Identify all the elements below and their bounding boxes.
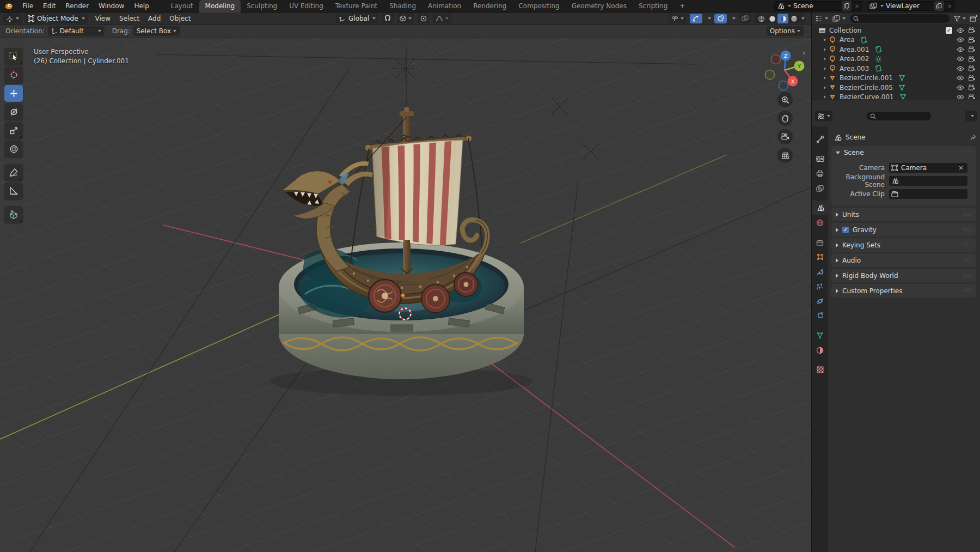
tab-output-properties[interactable] (812, 166, 828, 181)
viewlayer-name[interactable]: ViewLayer (884, 2, 934, 10)
tab-collection-properties[interactable] (812, 235, 828, 250)
clear-button[interactable]: × (957, 164, 965, 172)
collapsed-panel[interactable]: ✓ Custom Properties ∷∷ (831, 284, 976, 298)
scene-selector[interactable]: Scene × (774, 1, 862, 11)
disable-in-render-camera-icon[interactable] (968, 37, 975, 43)
collapsed-panel[interactable]: ✓ Units ∷∷ (831, 208, 976, 221)
expand-arrow-icon[interactable] (824, 86, 826, 89)
tool-rotate[interactable] (4, 104, 23, 120)
outliner-row[interactable]: Area.001 ✓ (812, 45, 980, 54)
tab-particle-properties[interactable] (812, 279, 828, 294)
outliner-row[interactable]: Collection ✓ (812, 26, 980, 35)
hide-in-viewport-eye-icon[interactable] (957, 94, 964, 99)
properties-options-dropdown[interactable] (965, 111, 977, 122)
hide-in-viewport-eye-icon[interactable] (957, 75, 964, 81)
property-field[interactable]: Camera × (889, 163, 967, 173)
tab-material-properties[interactable] (812, 343, 828, 357)
gizmo-negative-x[interactable] (771, 55, 781, 64)
disable-in-render-camera-icon[interactable] (968, 75, 975, 81)
workspace-tab[interactable]: Animation (422, 0, 467, 13)
tool-add-cube[interactable] (4, 206, 23, 223)
overlays-toggle[interactable] (714, 14, 727, 23)
workspace-tab[interactable]: Texture Paint (329, 0, 383, 13)
drag-handle[interactable]: ∷∷ (964, 227, 972, 233)
outliner-row[interactable]: BezierCircle.001 ✓ (812, 74, 980, 83)
tab-scene-properties[interactable] (812, 201, 828, 215)
shading-material-icon[interactable] (777, 14, 788, 23)
viewlayer-selector[interactable]: ViewLayer × (867, 1, 955, 11)
tool-scale[interactable] (4, 122, 23, 139)
expand-arrow-icon[interactable] (824, 76, 826, 80)
tool-cursor[interactable] (4, 66, 23, 83)
tab-constraint-properties[interactable] (812, 308, 828, 323)
tab-tool-properties[interactable] (812, 132, 828, 147)
proportional-falloff-dropdown[interactable] (433, 14, 451, 23)
unlink-scene-button[interactable]: × (852, 1, 862, 11)
drag-handle[interactable]: ∷∷ (964, 288, 972, 294)
tool-move[interactable] (4, 85, 23, 102)
hide-in-viewport-eye-icon[interactable] (957, 28, 964, 33)
tool-annotate[interactable] (4, 164, 23, 181)
drag-handle[interactable]: ∷∷ (964, 150, 972, 156)
disable-in-render-camera-icon[interactable] (968, 94, 975, 99)
drag-handle[interactable]: ∷∷ (964, 272, 972, 278)
expand-arrow-icon[interactable] (824, 38, 826, 41)
copy-scene-button[interactable] (842, 1, 852, 11)
outliner-row[interactable]: Area.002 ✓ (812, 54, 980, 64)
collapsed-panel[interactable]: ✓ Keying Sets ∷∷ (831, 238, 976, 252)
object-visibility-dropdown[interactable] (669, 14, 687, 23)
workspace-tab[interactable]: Compositing (512, 0, 565, 13)
viewport-menu-item[interactable]: View (91, 13, 115, 24)
expand-arrow-icon[interactable] (824, 67, 826, 70)
drag-handle[interactable]: ∷∷ (964, 242, 972, 248)
outliner-filter-dropdown[interactable] (954, 16, 966, 22)
xray-toggle[interactable] (739, 14, 751, 23)
orientation-setting-dropdown[interactable]: Default (48, 26, 105, 36)
shading-rendered-icon[interactable] (788, 14, 799, 23)
workspace-tab[interactable]: Rendering (467, 0, 512, 13)
snap-magnet-icon[interactable] (382, 14, 394, 23)
outliner-row[interactable]: BezierCurve.001 ✓ (812, 93, 980, 100)
snap-target-dropdown[interactable] (397, 14, 414, 23)
shading-wireframe-icon[interactable] (756, 14, 767, 23)
gizmos-toggle[interactable] (690, 14, 702, 23)
outliner-row[interactable]: Area.003 ✓ (812, 64, 980, 74)
blender-logo-icon[interactable] (4, 2, 13, 10)
transform-orientation-dropdown[interactable]: Global (336, 14, 378, 23)
shading-solid-icon[interactable] (767, 14, 777, 23)
workspace-tab[interactable]: UV Editing (283, 0, 329, 13)
drag-handle[interactable]: ∷∷ (964, 257, 972, 263)
disable-in-render-camera-icon[interactable] (968, 27, 975, 33)
disable-in-render-camera-icon[interactable] (968, 56, 975, 62)
menu-item[interactable]: Help (129, 1, 154, 11)
workspace-tab[interactable]: Scripting (633, 0, 673, 13)
hide-in-viewport-eye-icon[interactable] (957, 85, 964, 90)
disable-in-render-camera-icon[interactable] (968, 84, 975, 90)
menu-item[interactable]: File (17, 1, 38, 11)
gizmo-negative-z[interactable] (779, 81, 788, 90)
collapsed-panel[interactable]: ✓ Gravity ∷∷ (831, 223, 976, 236)
editor-type-properties-button[interactable] (815, 111, 832, 122)
expand-arrow-icon[interactable] (824, 95, 826, 99)
tab-world-properties[interactable] (812, 215, 828, 230)
tool-transform[interactable] (4, 141, 23, 157)
scene-panel-header[interactable]: Scene ∷∷ (831, 146, 976, 159)
navigation-gizmo[interactable]: Z Y X (761, 50, 809, 98)
tab-physics-properties[interactable] (812, 294, 828, 308)
viewport-canvas[interactable]: User Perspective (26) Collection | Cylin… (0, 38, 811, 552)
workspace-tab[interactable]: + (673, 0, 691, 13)
hide-in-viewport-eye-icon[interactable] (957, 56, 964, 62)
viewport-menu-item[interactable]: Select (115, 13, 144, 24)
tab-object-properties[interactable] (812, 250, 828, 264)
workspace-tab[interactable]: Layout (165, 0, 199, 13)
editor-type-outliner-button[interactable] (815, 15, 828, 22)
tab-viewlayer-properties[interactable] (812, 181, 828, 196)
outliner-row[interactable]: BezierCircle.005 ✓ (812, 83, 980, 93)
workspace-tab[interactable]: Shading (383, 0, 422, 13)
workspace-tab[interactable]: Sculpting (241, 0, 283, 13)
properties-search-input[interactable] (867, 112, 931, 120)
camera-view-button[interactable] (777, 129, 793, 144)
tool-select-box[interactable] (4, 48, 23, 65)
copy-viewlayer-button[interactable] (934, 1, 944, 11)
menu-item[interactable]: Render (60, 1, 94, 11)
